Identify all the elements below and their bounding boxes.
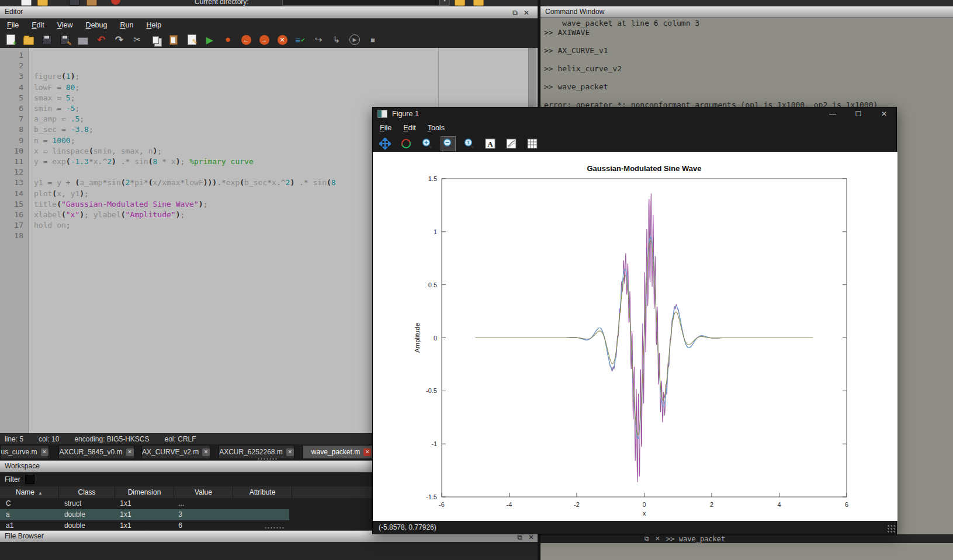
minimize-icon[interactable]: — bbox=[827, 109, 838, 119]
tab-close-icon[interactable]: ✕ bbox=[286, 448, 294, 456]
menu-view[interactable]: View bbox=[57, 21, 73, 29]
code-text: n = 1000; bbox=[34, 135, 75, 146]
figure-menu-edit[interactable]: Edit bbox=[403, 124, 416, 132]
undo-icon[interactable]: ↶ bbox=[95, 34, 107, 46]
run-icon[interactable]: ▶ bbox=[204, 34, 216, 46]
save-icon[interactable] bbox=[41, 34, 53, 46]
figure-menu-file[interactable]: File bbox=[380, 124, 391, 132]
undock-icon[interactable]: ⧉ bbox=[512, 9, 524, 17]
save-as-icon[interactable] bbox=[59, 34, 71, 46]
splitter-handle[interactable] bbox=[264, 527, 284, 529]
line-number: 12 bbox=[0, 167, 23, 178]
step-in-icon[interactable]: ↪ bbox=[313, 34, 324, 46]
toggle-breakpoint-icon[interactable]: ● bbox=[222, 34, 234, 46]
doc-icon[interactable] bbox=[21, 0, 32, 6]
cell: ... bbox=[172, 498, 231, 509]
resize-grip[interactable] bbox=[887, 524, 895, 533]
code-text: y1 = y + (a_amp*sin(2*pi*(x/xmax*lowF)))… bbox=[34, 178, 336, 188]
code-line-1[interactable]: 1 bbox=[0, 50, 538, 61]
workspace-row-a[interactable]: adouble1x13 bbox=[0, 509, 289, 520]
column-header-value[interactable]: Value bbox=[174, 486, 233, 498]
paste-icon[interactable] bbox=[168, 34, 179, 46]
menu-debug[interactable]: Debug bbox=[86, 21, 108, 29]
next-breakpoint-icon[interactable]: → bbox=[258, 34, 270, 46]
maximize-icon[interactable]: ☐ bbox=[853, 109, 864, 119]
code-line-4[interactable]: 4lowF = 80; bbox=[0, 82, 538, 93]
zoom-in-icon[interactable] bbox=[420, 136, 435, 151]
column-header-attribute[interactable]: Attribute bbox=[233, 486, 292, 498]
previous-breakpoint-icon[interactable]: ← bbox=[240, 34, 252, 46]
zoom-out-icon[interactable] bbox=[441, 136, 456, 151]
copy-icon[interactable] bbox=[150, 34, 161, 46]
figure-menu-tools[interactable]: Tools bbox=[428, 124, 445, 132]
figure-title-bar[interactable]: Figure 1 — ☐ ✕ bbox=[373, 107, 896, 120]
axes-icon[interactable] bbox=[504, 136, 519, 151]
folder-icon[interactable] bbox=[37, 0, 48, 6]
column-header-dimension[interactable]: Dimension bbox=[115, 486, 174, 498]
code-text: figure(1); bbox=[34, 71, 79, 82]
tab-close-icon[interactable]: ✕ bbox=[41, 448, 48, 456]
editor-tab-AXCUR_6252268.m[interactable]: AXCUR_6252268.m✕ bbox=[219, 445, 294, 458]
close-icon[interactable]: ✕ bbox=[655, 535, 660, 542]
editor-tab-wave_packet.m[interactable]: wave_packet.m✕ bbox=[303, 445, 380, 458]
editor-tab-AXCUR_5845_v0.m[interactable]: AXCUR_5845_v0.m✕ bbox=[58, 445, 134, 458]
set-folder-icon[interactable] bbox=[473, 0, 484, 6]
filter-checkbox[interactable] bbox=[25, 475, 34, 484]
save-icon[interactable] bbox=[69, 0, 79, 6]
step-out-icon[interactable]: ↳ bbox=[331, 34, 342, 46]
pan-icon[interactable] bbox=[377, 136, 393, 151]
new-script-icon[interactable] bbox=[5, 34, 16, 46]
tab-label: AXCUR_6252268.m bbox=[219, 448, 283, 456]
tab-close-icon[interactable]: ✕ bbox=[202, 448, 210, 456]
line-number: 16 bbox=[0, 210, 23, 220]
code-line-2[interactable]: 2 bbox=[0, 61, 538, 71]
tab-close-icon[interactable]: ✕ bbox=[126, 448, 134, 456]
tab-close-icon[interactable]: ✕ bbox=[363, 448, 371, 456]
redo-icon[interactable]: ↷ bbox=[113, 34, 125, 46]
grid-icon[interactable] bbox=[525, 136, 540, 151]
insert-text-icon[interactable]: A bbox=[483, 136, 498, 151]
line-number: 5 bbox=[0, 93, 23, 103]
code-line-5[interactable]: 5smax = 5; bbox=[0, 93, 538, 103]
open-icon[interactable] bbox=[23, 34, 34, 46]
undock-icon[interactable]: ⧉ bbox=[517, 533, 528, 541]
menu-file[interactable]: File bbox=[7, 21, 19, 29]
editor-toolbar: ↶↷✂✎▶●←→✕≡✔↪↳▶■ bbox=[0, 32, 538, 48]
remove-breakpoints-icon[interactable]: ✕ bbox=[276, 34, 288, 46]
continue-icon[interactable]: ▶ bbox=[349, 34, 361, 46]
print-icon[interactable] bbox=[77, 34, 89, 46]
workspace-row-C[interactable]: Cstruct1x1... bbox=[0, 498, 289, 509]
figure-app-icon bbox=[377, 110, 387, 118]
code-text: lowF = 80; bbox=[34, 82, 79, 93]
close-icon[interactable]: ✕ bbox=[524, 9, 535, 17]
command-window-peek-strip: ⧉ ✕ >> wave_packet bbox=[540, 534, 953, 543]
load-folder-icon[interactable] bbox=[455, 0, 465, 6]
svg-text:-4: -4 bbox=[507, 501, 512, 508]
editor-tab-us_curve.m[interactable]: us_curve.m✕ bbox=[0, 445, 49, 458]
find-icon[interactable]: ✎ bbox=[186, 34, 197, 46]
code-line-3[interactable]: 3figure(1); bbox=[0, 71, 538, 82]
step-icon[interactable]: ≡✔ bbox=[294, 34, 306, 46]
paste-icon[interactable] bbox=[86, 0, 97, 6]
chevron-down-icon[interactable]: ▾ bbox=[439, 0, 450, 6]
menu-help[interactable]: Help bbox=[146, 21, 161, 29]
file-browser-body bbox=[0, 542, 538, 560]
stop-icon[interactable]: ■ bbox=[367, 34, 379, 46]
svg-text:Gaussian-Modulated Sine Wave: Gaussian-Modulated Sine Wave bbox=[587, 164, 701, 173]
current-directory-input[interactable] bbox=[282, 0, 439, 6]
undock-icon[interactable]: ⧉ bbox=[644, 535, 649, 542]
editor-tab-AX_CURVE_v2.m[interactable]: AX_CURVE_v2.m✕ bbox=[141, 445, 210, 458]
menu-run[interactable]: Run bbox=[120, 21, 133, 29]
close-icon[interactable]: ✕ bbox=[879, 109, 889, 119]
rotate-icon[interactable] bbox=[398, 136, 414, 151]
command-line: >> AXIWAVE bbox=[544, 28, 590, 37]
menu-edit[interactable]: Edit bbox=[32, 21, 44, 29]
cut-icon[interactable]: ✂ bbox=[131, 34, 143, 46]
tab-label: AXCUR_5845_v0.m bbox=[59, 448, 122, 456]
column-header-name[interactable]: Name▲ bbox=[0, 486, 59, 498]
undo-icon[interactable] bbox=[111, 0, 120, 5]
zoom-original-icon[interactable]: 1 bbox=[462, 136, 477, 151]
figure-canvas[interactable]: -6-4-202461.510.50-0.5-1-1.5Gaussian-Mod… bbox=[373, 152, 897, 521]
column-header-class[interactable]: Class bbox=[59, 486, 115, 498]
workspace-row-a1[interactable]: a1double1x16 bbox=[0, 520, 289, 530]
